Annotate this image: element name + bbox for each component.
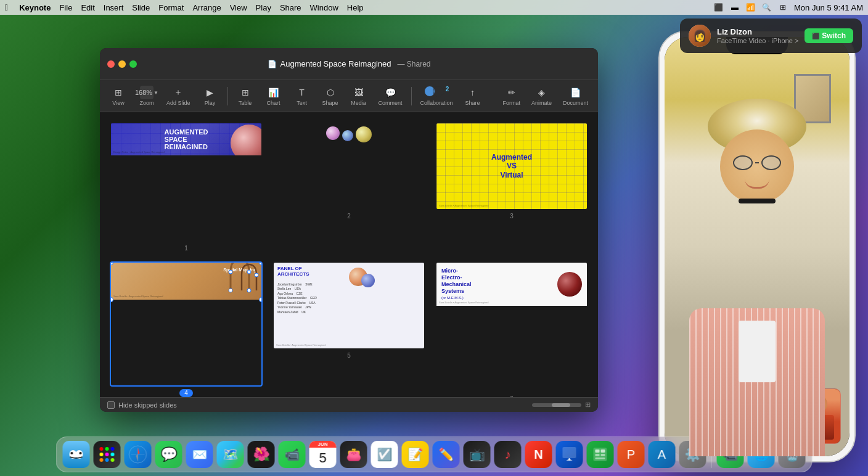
menubar-edit[interactable]: Edit <box>81 3 94 12</box>
dock-music[interactable]: ♪ <box>494 441 522 468</box>
slide-1-container[interactable]: AUGMENTEDSPACEREIMAGINED Design Notes • … <box>110 122 263 252</box>
dock-launchpad[interactable] <box>94 441 121 468</box>
svg-rect-36 <box>569 458 570 461</box>
messages-icon-glyph: 💬 <box>160 446 177 462</box>
toolbar-play[interactable]: ▶ Play <box>197 83 224 109</box>
svg-marker-30 <box>138 448 140 454</box>
glasses-left <box>733 155 753 170</box>
slide-5-wrapper: PANEL OFARCHITECTS Jocelyn Engström SWE … <box>272 261 425 350</box>
toolbar-document[interactable]: 📄 Document <box>558 83 593 109</box>
person-face <box>720 129 794 203</box>
dock-numbers[interactable] <box>587 441 614 468</box>
dock-facetime[interactable]: 📹 <box>279 441 306 468</box>
close-button[interactable] <box>107 60 115 68</box>
wifi-icon: 📶 <box>746 2 756 12</box>
dock-photos[interactable]: 🌺 <box>248 441 275 468</box>
keynote-window: 📄 Augmented Space Reimagined — Shared ⊞ … <box>100 48 598 412</box>
checkbox-control[interactable] <box>107 401 115 409</box>
menubar-insert[interactable]: Insert <box>104 3 124 12</box>
minimize-button[interactable] <box>118 60 126 68</box>
svg-point-25 <box>111 453 115 456</box>
svg-point-18 <box>71 452 73 454</box>
handle-tr[interactable] <box>259 261 263 265</box>
toolbar-animate[interactable]: ◈ Animate <box>526 83 557 109</box>
control-center-icon[interactable]: ⊞ <box>778 2 788 12</box>
menubar-slide[interactable]: Slide <box>132 3 150 12</box>
menubar:  Keynote File Edit Insert Slide Format … <box>0 0 868 15</box>
facetime-switch-button[interactable]: Switch <box>805 28 853 43</box>
dock-mail[interactable]: ✉️ <box>186 441 213 468</box>
view-icon: ⊞ <box>112 86 125 99</box>
chart-icon: 📊 <box>267 86 280 99</box>
toolbar-comment[interactable]: 💬 Comment <box>374 83 407 109</box>
apple-menu[interactable]:  <box>5 2 8 12</box>
dock-maps[interactable]: 🗺️ <box>217 441 244 468</box>
slide-5-container[interactable]: PANEL OFARCHITECTS Jocelyn Engström SWE … <box>272 261 425 397</box>
dock-safari[interactable] <box>125 441 152 468</box>
menubar-view[interactable]: View <box>230 3 247 12</box>
scroll-thumb[interactable] <box>552 403 570 407</box>
traffic-lights <box>107 60 137 68</box>
dock-notes[interactable]: 📝 <box>402 441 429 468</box>
dock-messages[interactable]: 💬 <box>155 441 182 468</box>
svg-rect-34 <box>563 447 576 458</box>
handle-br[interactable] <box>259 297 263 302</box>
svg-rect-40 <box>596 454 600 456</box>
dock-reminders[interactable]: ☑️ <box>371 441 398 468</box>
menubar-file[interactable]: File <box>59 3 72 12</box>
dock-tv[interactable]: 📺 <box>464 441 491 468</box>
scroll-track[interactable] <box>532 403 581 407</box>
dock-calendar[interactable]: JUN 5 <box>309 441 337 468</box>
menubar-window[interactable]: Window <box>310 3 338 12</box>
music-icon-glyph: ♪ <box>505 448 511 462</box>
facetime-contact-name: Liz Dizon <box>717 27 798 36</box>
search-icon[interactable]: 🔍 <box>762 2 772 12</box>
dock-pages[interactable]: P <box>618 441 645 468</box>
dock-appstore[interactable]: A <box>649 441 676 468</box>
toolbar-collaboration[interactable]: 2 Collaboration <box>416 84 458 108</box>
slide-2-container[interactable]: Sara Botella • Augmented Space Reimagine… <box>272 122 425 252</box>
handle-bl[interactable] <box>110 297 113 302</box>
dock-wallet[interactable]: 👛 <box>340 441 367 468</box>
comment-label: Comment <box>379 100 403 106</box>
sphere-blue <box>342 130 353 141</box>
toolbar-add-slide[interactable]: ＋ Add Slide <box>162 83 195 109</box>
slide-6-container[interactable]: Micro-Electro-MechanicalSystems(or M.E.M… <box>435 261 588 397</box>
menubar-app-name[interactable]: Keynote <box>19 3 51 12</box>
toolbar-share[interactable]: ↑ Share <box>459 83 486 109</box>
handle-tl[interactable] <box>110 261 113 265</box>
media-label: Media <box>351 100 366 106</box>
facetime-info: Liz Dizon FaceTime Video · iPhone > <box>717 27 798 44</box>
toolbar-media[interactable]: 🖼 Media <box>345 83 372 109</box>
slide-4-container[interactable]: Spatial Mapping Sara Bot <box>110 261 263 397</box>
svg-point-2 <box>229 289 232 292</box>
toolbar-format[interactable]: ✏ Format <box>497 83 525 109</box>
slide-5-info: Sara Botella • Augmented Space Reimagine… <box>276 343 326 347</box>
slide-2-spheres <box>274 126 424 142</box>
battery-icon: ▬ <box>730 2 740 12</box>
menubar-play[interactable]: Play <box>256 3 271 12</box>
toolbar-zoom[interactable]: 168% ▼ Zoom <box>133 83 160 109</box>
dock-freeform[interactable]: ✏️ <box>433 441 460 468</box>
toolbar-chart[interactable]: 📊 Chart <box>260 83 287 109</box>
menubar-arrange[interactable]: Arrange <box>192 3 221 12</box>
titlebar-center: 📄 Augmented Space Reimagined — Shared <box>268 59 431 68</box>
dock-finder[interactable] <box>63 441 90 468</box>
slide-1-text: AUGMENTEDSPACEREIMAGINED <box>160 123 213 155</box>
glasses <box>733 155 781 170</box>
zoom-control: 168% ▼ <box>140 86 154 99</box>
toolbar-table[interactable]: ⊞ Table <box>232 83 259 109</box>
menubar-help[interactable]: Help <box>347 3 364 12</box>
toolbar-view[interactable]: ⊞ View <box>105 83 132 109</box>
menubar-share[interactable]: Share <box>280 3 301 12</box>
table-icon: ⊞ <box>239 86 252 99</box>
menubar-format[interactable]: Format <box>158 3 184 12</box>
facetime-avatar: 👩 <box>689 25 711 47</box>
slide-3-container[interactable]: AugmentedVSVirtual Sara Botella • Augmen… <box>435 122 588 252</box>
hide-skipped-checkbox[interactable]: Hide skipped slides <box>107 401 177 409</box>
toolbar-text[interactable]: T Text <box>289 83 316 109</box>
maximize-button[interactable] <box>129 60 137 68</box>
dock-news[interactable]: N <box>525 441 552 468</box>
dock-keynote[interactable] <box>556 441 583 468</box>
toolbar-shape[interactable]: ⬡ Shape <box>317 83 344 109</box>
